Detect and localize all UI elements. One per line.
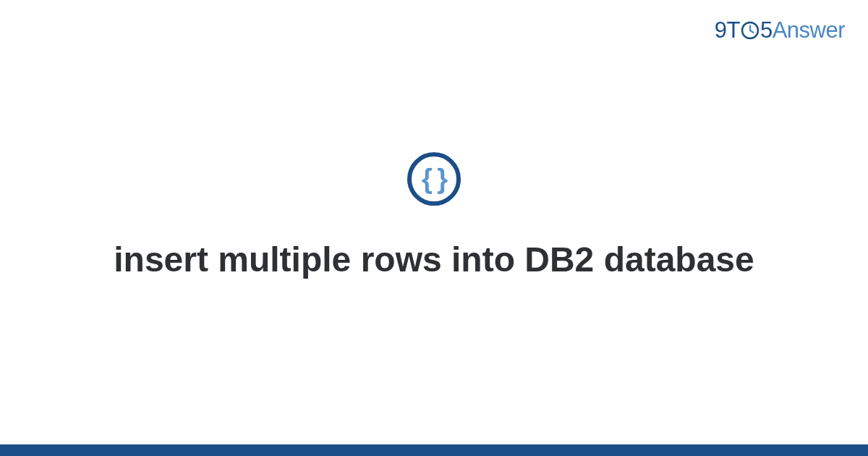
- page-title: insert multiple rows into DB2 database: [114, 237, 754, 282]
- svg-line-2: [750, 30, 754, 33]
- footer-accent-bar: [0, 444, 868, 456]
- logo-prefix: 9T: [715, 17, 740, 43]
- logo-middle: 5: [760, 17, 773, 43]
- main-content: { } insert multiple rows into DB2 databa…: [0, 152, 868, 282]
- braces-glyph: { }: [422, 165, 446, 193]
- code-braces-icon: { }: [407, 152, 461, 206]
- site-logo[interactable]: 9T 5 Answer: [715, 17, 845, 43]
- logo-suffix: Answer: [773, 17, 845, 43]
- clock-icon: [741, 21, 760, 40]
